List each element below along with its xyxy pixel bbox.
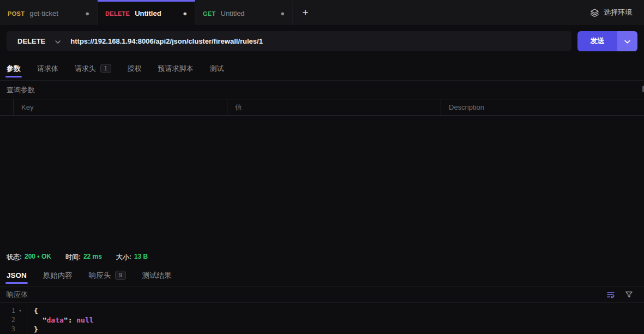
line-number: 1: [0, 306, 15, 315]
tab-title: Untitled: [221, 9, 276, 17]
code-line: 3 }: [0, 325, 644, 334]
tab-test-results[interactable]: 测试结果: [142, 265, 172, 286]
tab-method-delete: DELETE: [105, 10, 130, 17]
response-body-label: 响应体: [7, 290, 28, 300]
tab-untitled-delete[interactable]: DELETE Untitled ●: [98, 0, 195, 25]
new-tab-button[interactable]: +: [293, 0, 318, 25]
time-label: 时间:: [65, 253, 81, 262]
unsaved-dot-icon[interactable]: ●: [280, 10, 285, 17]
response-body-header: 响应体: [0, 287, 644, 303]
tab-tests[interactable]: 测试: [210, 57, 224, 80]
tab-label: 原始内容: [43, 271, 73, 281]
status-label: 状态:: [7, 253, 22, 262]
tab-untitled-get[interactable]: GET Untitled ●: [195, 0, 293, 25]
query-params-label: 查询参数: [7, 85, 35, 95]
url-box: DELETE: [7, 31, 571, 51]
tab-label: 测试: [210, 64, 224, 74]
code-line: 2 "data": null: [0, 315, 644, 325]
response-headers-count-badge: 9: [115, 271, 126, 280]
layers-icon: [590, 8, 599, 17]
code-text: {: [27, 306, 38, 315]
tab-raw-content[interactable]: 原始内容: [43, 265, 73, 286]
method-label: DELETE: [17, 37, 45, 45]
chevron-down-icon: [55, 36, 61, 46]
environment-selector[interactable]: 选择环境: [578, 0, 644, 25]
tab-get-ticket[interactable]: POST get-ticket ●: [0, 0, 98, 25]
code-text: }: [27, 325, 38, 334]
response-time: 时间: 22 ms: [65, 253, 102, 262]
chevron-down-icon: [624, 37, 630, 45]
tab-label: 参数: [7, 64, 21, 74]
unsaved-dot-icon[interactable]: ●: [85, 10, 89, 17]
tab-label: 测试结果: [142, 271, 172, 281]
request-tabs: 参数 请求体 请求头 1 授权 预请求脚本 测试: [0, 57, 644, 81]
column-header-description[interactable]: Description: [441, 99, 644, 115]
line-number: 2: [0, 315, 15, 325]
send-button[interactable]: 发送: [577, 31, 617, 51]
row-select-column: [0, 99, 14, 115]
json-null-value: null: [76, 316, 93, 324]
unsaved-dot-icon[interactable]: ●: [183, 10, 187, 17]
word-wrap-icon[interactable]: [606, 290, 615, 299]
status-value: 200 • OK: [25, 253, 51, 262]
tab-pre-request-script[interactable]: 预请求脚本: [158, 57, 194, 80]
tab-label: JSON: [7, 271, 27, 279]
size-label: 大小:: [116, 253, 131, 262]
tab-response-headers[interactable]: 响应头 9: [89, 265, 126, 286]
tab-json[interactable]: JSON: [7, 265, 27, 286]
response-tabs: JSON 原始内容 响应头 9 测试结果: [0, 265, 644, 287]
tab-title: get-ticket: [29, 9, 80, 17]
filter-icon[interactable]: [625, 290, 633, 299]
tab-request-body[interactable]: 请求体: [37, 57, 58, 80]
send-split-button: 发送: [577, 31, 637, 51]
tab-label: 预请求脚本: [158, 64, 194, 74]
json-key: data: [46, 316, 63, 324]
tab-method-post: POST: [8, 10, 25, 17]
response-json-editor[interactable]: 1 ▾ { 2 "data": null 3 }: [0, 303, 644, 334]
tab-label: 请求体: [37, 64, 58, 74]
fold-arrow-icon[interactable]: ▾: [15, 306, 25, 315]
params-empty-area: [0, 116, 644, 249]
params-table-header: Key 值 Description: [0, 99, 644, 116]
tab-label: 授权: [128, 64, 142, 74]
code-line: 1 ▾ {: [0, 306, 644, 315]
tab-request-headers[interactable]: 请求头 1: [75, 57, 111, 80]
environment-label: 选择环境: [604, 8, 632, 17]
tab-bar: POST get-ticket ● DELETE Untitled ● GET …: [0, 0, 644, 25]
status-code: 状态: 200 • OK: [7, 253, 51, 262]
method-dropdown[interactable]: DELETE: [7, 31, 70, 51]
tab-method-get: GET: [203, 10, 216, 17]
headers-count-badge: 1: [100, 64, 111, 73]
request-bar: DELETE 发送: [0, 25, 644, 57]
response-status-bar: 状态: 200 • OK 时间: 22 ms 大小: 13 B: [0, 249, 644, 265]
code-text: "data": null: [27, 315, 94, 325]
line-number: 3: [0, 325, 15, 334]
tab-label: 响应头: [89, 271, 111, 281]
url-input[interactable]: [70, 37, 571, 45]
tab-title: Untitled: [135, 9, 178, 17]
column-header-key[interactable]: Key: [14, 99, 227, 115]
column-header-value[interactable]: 值: [227, 99, 441, 115]
send-options-button[interactable]: [617, 31, 637, 51]
tab-authorization[interactable]: 授权: [128, 57, 142, 80]
tab-params[interactable]: 参数: [7, 57, 21, 80]
query-params-header: 查询参数: [0, 81, 644, 99]
tab-label: 请求头: [75, 64, 96, 74]
time-value: 22 ms: [83, 253, 102, 262]
size-value: 13 B: [134, 253, 148, 262]
response-size: 大小: 13 B: [116, 253, 148, 262]
